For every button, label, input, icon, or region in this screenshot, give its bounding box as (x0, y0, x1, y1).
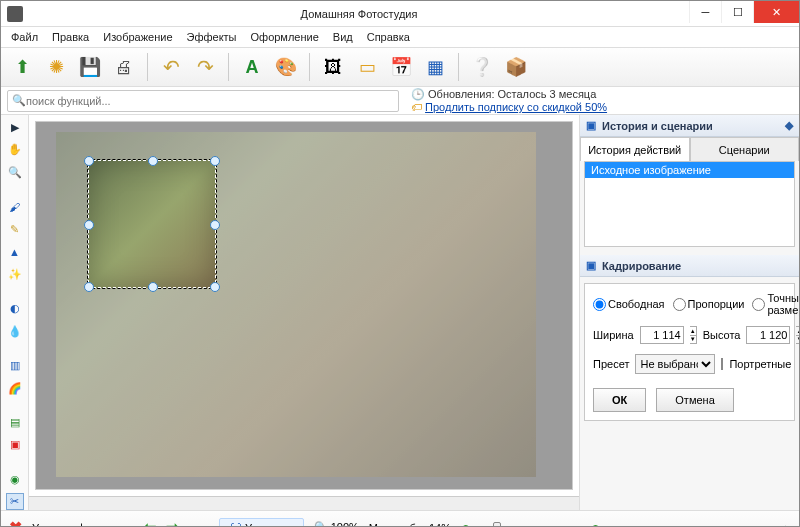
menu-design[interactable]: Оформление (245, 29, 325, 45)
text-button[interactable]: A (237, 52, 267, 82)
frame-button[interactable]: ▭ (352, 52, 382, 82)
crop-handle-s[interactable] (148, 282, 158, 292)
help-button[interactable]: ❔ (467, 52, 497, 82)
zoom-in-button[interactable]: ● (591, 519, 601, 528)
color-tool[interactable]: 🌈 (6, 380, 24, 397)
redo-icon: ↷ (197, 55, 214, 79)
drop-icon: 💧 (8, 325, 22, 338)
canvas[interactable] (35, 121, 573, 490)
crop-rectangle[interactable] (88, 160, 216, 288)
home-button[interactable]: 📦 (501, 52, 531, 82)
zoom-knob[interactable] (493, 522, 501, 528)
zoom-100-button[interactable]: 🔍 100% (314, 521, 359, 527)
layers-tool[interactable]: ▤ (6, 414, 24, 431)
calendar-button[interactable]: 📅 (386, 52, 416, 82)
box-icon: 📦 (505, 56, 527, 78)
triangle-icon: ▲ (9, 246, 20, 258)
palette-button[interactable]: 🎨 (271, 52, 301, 82)
height-label: Высота (703, 329, 741, 341)
crop-mode-free[interactable]: Свободная (593, 298, 665, 311)
app-icon (7, 6, 23, 22)
zoom-tool[interactable]: 🔍 (6, 164, 24, 181)
search-box[interactable]: 🔍 (7, 90, 399, 112)
wand-icon: ✨ (8, 268, 22, 281)
preset-label: Пресет (593, 358, 629, 370)
delete-photo-button[interactable]: Удалить фото (32, 522, 103, 528)
crop-handle-ne[interactable] (210, 156, 220, 166)
crop-panel-header: ▣ Кадрирование (580, 255, 799, 277)
lasso-icon: ◉ (10, 473, 20, 486)
search-input[interactable] (26, 92, 394, 110)
maximize-button[interactable]: ☐ (721, 1, 753, 23)
save-button[interactable]: 💾 (75, 52, 105, 82)
undo-button[interactable]: ↶ (156, 52, 186, 82)
menu-view[interactable]: Вид (327, 29, 359, 45)
menu-help[interactable]: Справка (361, 29, 416, 45)
crop-handle-se[interactable] (210, 282, 220, 292)
crop-handle-n[interactable] (148, 156, 158, 166)
zoom-100-icon: 🔍 (314, 521, 328, 527)
ok-button[interactable]: ОК (593, 388, 646, 412)
history-tabs: История действий Сценарии (580, 137, 799, 161)
print-button[interactable]: 🖨 (109, 52, 139, 82)
scale-label: Масштаб: (369, 522, 419, 528)
wand-tool[interactable]: ✨ (6, 266, 24, 283)
undo-icon: ↶ (163, 55, 180, 79)
wizard-button[interactable]: ✺ (41, 52, 71, 82)
clone-tool[interactable]: ▣ (6, 437, 24, 454)
fit-icon: ⛶ (230, 522, 241, 528)
history-list[interactable]: Исходное изображение (584, 161, 795, 247)
next-button[interactable]: ➡ (166, 518, 179, 527)
image-button[interactable]: 🖼 (318, 52, 348, 82)
crop-handle-nw[interactable] (84, 156, 94, 166)
crop-handle-sw[interactable] (84, 282, 94, 292)
levels-tool[interactable]: ▥ (6, 357, 24, 374)
printer-icon: 🖨 (115, 57, 133, 78)
fit-button[interactable]: ⛶ Уместить (219, 518, 304, 528)
contrast-tool[interactable]: ◐ (6, 300, 24, 317)
crop-mode-prop[interactable]: Пропорции (673, 298, 745, 311)
hand-icon: ✋ (8, 143, 22, 156)
crop-handle-w[interactable] (84, 220, 94, 230)
drop-tool[interactable]: 💧 (6, 323, 24, 340)
menu-bar: Файл Правка Изображение Эффекты Оформлен… (1, 27, 799, 47)
lasso-tool[interactable]: ◉ (6, 471, 24, 488)
open-button[interactable]: ⬆ (7, 52, 37, 82)
collage-button[interactable]: ▦ (420, 52, 450, 82)
tab-history[interactable]: История действий (580, 137, 690, 161)
crop-tool[interactable]: ✂ (6, 493, 24, 510)
crop-mode-exact[interactable]: Точный размер (752, 292, 800, 316)
fill-tool[interactable]: ▲ (6, 244, 24, 261)
pointer-tool[interactable]: ▶ (6, 119, 24, 136)
collapse-button[interactable]: ◆ (785, 119, 793, 132)
expand-button[interactable]: ▲ (780, 522, 791, 528)
menu-effects[interactable]: Эффекты (181, 29, 243, 45)
pencil-tool[interactable]: ✎ (6, 221, 24, 238)
zoom-out-button[interactable]: ● (461, 519, 471, 528)
menu-image[interactable]: Изображение (97, 29, 178, 45)
preset-select[interactable]: Не выбрано (635, 354, 715, 374)
minimize-button[interactable]: ─ (689, 1, 721, 23)
renew-link[interactable]: Продлить подписку со скидкой 50% (425, 101, 607, 113)
history-item[interactable]: Исходное изображение (585, 162, 794, 178)
history-panel-header: ▣ История и сценарии ◆ (580, 115, 799, 137)
height-spinner[interactable]: ▲▼ (796, 326, 800, 344)
tab-scenarios[interactable]: Сценарии (690, 137, 800, 161)
brush-tool[interactable]: 🖌 (6, 198, 24, 215)
history-icon: ▣ (586, 119, 596, 132)
bottom-bar: ✖ Удалить фото ⬅ ➡ ⛶ Уместить 🔍 100% Мас… (1, 510, 799, 527)
menu-edit[interactable]: Правка (46, 29, 95, 45)
height-input[interactable] (746, 326, 790, 344)
width-spinner[interactable]: ▲▼ (690, 326, 697, 344)
menu-file[interactable]: Файл (5, 29, 44, 45)
folder-up-icon: ⬆ (15, 56, 30, 78)
width-input[interactable] (640, 326, 684, 344)
close-button[interactable]: ✕ (753, 1, 799, 23)
portrait-checkbox[interactable] (721, 358, 723, 370)
cancel-button[interactable]: Отмена (656, 388, 733, 412)
hand-tool[interactable]: ✋ (6, 142, 24, 159)
horizontal-scrollbar[interactable] (29, 496, 579, 510)
redo-button[interactable]: ↷ (190, 52, 220, 82)
prev-button[interactable]: ⬅ (143, 518, 156, 527)
crop-handle-e[interactable] (210, 220, 220, 230)
